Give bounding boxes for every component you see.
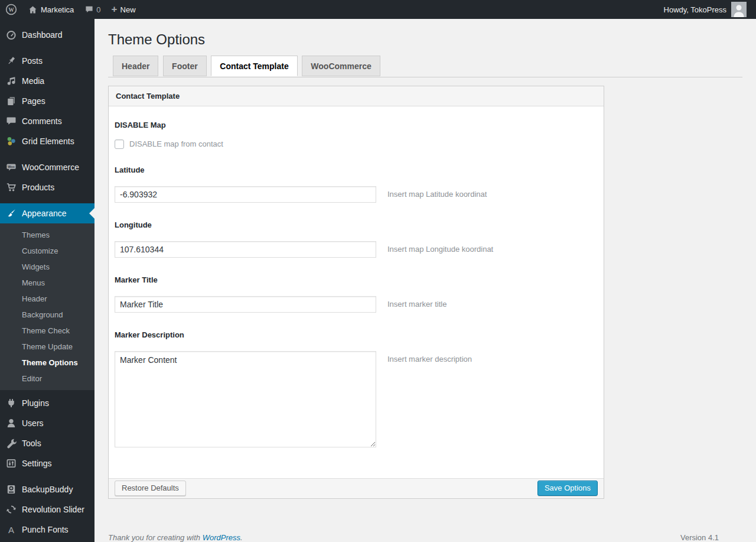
admin-sidebar: Dashboard Posts Media Pages Comments Gri…: [0, 19, 94, 542]
howdy-text: Howdy, TokoPress: [664, 5, 726, 14]
account-menu[interactable]: Howdy, TokoPress: [659, 0, 752, 19]
submenu-item-header[interactable]: Header: [0, 291, 94, 307]
submenu-item-theme-update[interactable]: Theme Update: [0, 339, 94, 355]
wrench-icon: [5, 437, 17, 449]
latitude-input[interactable]: [115, 186, 376, 203]
sidebar-item-users[interactable]: Users: [0, 413, 94, 433]
sidebar-item-pages[interactable]: Pages: [0, 91, 94, 111]
sidebar-item-woocommerce[interactable]: Woo WooCommerce: [0, 157, 94, 177]
sidebar-item-backupbuddy[interactable]: BackupBuddy: [0, 479, 94, 499]
latitude-label: Latitude: [115, 165, 598, 174]
comments-menu[interactable]: 0: [79, 0, 106, 19]
menu-separator: [0, 151, 94, 157]
disable-map-checkbox[interactable]: [115, 139, 124, 149]
marker-description-textarea[interactable]: Marker Content: [115, 351, 376, 447]
home-icon: [28, 5, 38, 15]
sidebar-item-punch-fonts[interactable]: A Punch Fonts: [0, 520, 94, 540]
sidebar-item-media[interactable]: Media: [0, 71, 94, 91]
backup-disk-icon: [5, 483, 17, 495]
sidebar-item-comments[interactable]: Comments: [0, 111, 94, 131]
comments-icon: [5, 115, 17, 127]
sidebar-item-label: Dashboard: [22, 30, 63, 40]
submenu-item-theme-options[interactable]: Theme Options: [0, 355, 94, 371]
marker-description-label: Marker Description: [115, 330, 598, 339]
submenu-item-menus[interactable]: Menus: [0, 275, 94, 291]
svg-text:Woo: Woo: [8, 165, 15, 168]
sidebar-item-settings[interactable]: Settings: [0, 453, 94, 473]
cycle-arrows-icon: [5, 504, 17, 515]
sidebar-item-label: Products: [22, 183, 54, 192]
panel-title: Contact Template: [109, 86, 604, 106]
sidebar-item-products[interactable]: Products: [0, 177, 94, 197]
marker-description-hint: Insert marker description: [387, 355, 472, 364]
submenu-item-widgets[interactable]: Widgets: [0, 259, 94, 275]
current-menu-arrow: [89, 208, 94, 219]
tab-footer[interactable]: Footer: [163, 56, 207, 76]
sidebar-item-label: Settings: [22, 459, 52, 468]
tab-header[interactable]: Header: [113, 56, 158, 76]
sidebar-item-label: Grid Elements: [22, 137, 74, 146]
sidebar-item-revolution-slider[interactable]: Revolution Slider: [0, 499, 94, 520]
woocommerce-icon: Woo: [5, 161, 17, 173]
latitude-field: Latitude Insert map Latitude koordinat: [115, 165, 598, 203]
marker-title-input[interactable]: [115, 296, 376, 313]
page-title: Theme Options: [108, 19, 742, 56]
plugin-icon: [5, 397, 17, 409]
appearance-submenu: Themes Customize Widgets Menus Header Ba…: [0, 223, 94, 390]
sidebar-item-grid-elements[interactable]: Grid Elements: [0, 131, 94, 151]
longitude-hint: Insert map Longitude koordinat: [387, 245, 493, 254]
pages-icon: [5, 95, 17, 107]
comment-bubble-icon: [84, 5, 94, 14]
submenu-item-editor[interactable]: Editor: [0, 371, 94, 387]
sidebar-item-dashboard[interactable]: Dashboard: [0, 25, 94, 45]
cart-icon: [5, 181, 17, 193]
wordpress-logo-menu[interactable]: W: [0, 0, 22, 19]
page-footer: Thank you for creating with WordPress. V…: [108, 533, 719, 542]
admin-bar: W Marketica 0 + New Howdy, TokoPress: [0, 0, 756, 19]
menu-separator: [0, 45, 94, 51]
sidebar-item-label: BackupBuddy: [22, 485, 73, 494]
disable-map-field: DISABLE Map DISABLE map from contact: [115, 121, 598, 149]
new-label: New: [120, 5, 136, 14]
tab-contact-template[interactable]: Contact Template: [211, 56, 297, 76]
wordpress-link[interactable]: WordPress: [203, 533, 240, 542]
marker-title-hint: Insert marker title: [387, 300, 447, 309]
menu-separator: [0, 473, 94, 479]
longitude-field: Longitude Insert map Longitude koordinat: [115, 220, 598, 258]
site-name-menu[interactable]: Marketica: [22, 0, 79, 19]
letter-a-icon: A: [5, 524, 17, 535]
submenu-item-themes[interactable]: Themes: [0, 227, 94, 243]
longitude-input[interactable]: [115, 241, 376, 258]
marker-description-field: Marker Description Marker Content Insert…: [115, 330, 598, 447]
submenu-item-theme-check[interactable]: Theme Check: [0, 323, 94, 339]
grid-elements-icon: [5, 135, 17, 147]
longitude-label: Longitude: [115, 220, 598, 229]
restore-defaults-button[interactable]: Restore Defaults: [115, 481, 186, 496]
pushpin-icon: [5, 55, 17, 67]
settings-icon: [5, 457, 17, 469]
comment-count: 0: [96, 5, 100, 14]
sidebar-item-label: WooCommerce: [22, 163, 79, 172]
sidebar-item-appearance[interactable]: Appearance: [0, 203, 94, 223]
user-avatar: [731, 2, 747, 17]
panel-footer: Restore Defaults Save Options: [109, 478, 604, 498]
panel-body: DISABLE Map DISABLE map from contact Lat…: [109, 106, 604, 478]
sidebar-item-label: Plugins: [22, 398, 49, 408]
new-content-menu[interactable]: + New: [106, 0, 141, 19]
marker-title-label: Marker Title: [115, 275, 598, 284]
sidebar-item-label: Pages: [22, 96, 45, 106]
sidebar-item-tools[interactable]: Tools: [0, 433, 94, 453]
submenu-item-background[interactable]: Background: [0, 307, 94, 323]
sidebar-item-label: Users: [22, 418, 44, 428]
sidebar-item-label: Appearance: [22, 209, 67, 218]
sidebar-item-posts[interactable]: Posts: [0, 51, 94, 71]
save-options-button[interactable]: Save Options: [537, 481, 598, 496]
sidebar-item-plugins[interactable]: Plugins: [0, 393, 94, 413]
tab-woocommerce[interactable]: WooCommerce: [302, 56, 380, 76]
brush-icon: [5, 207, 17, 219]
sidebar-item-label: Posts: [22, 56, 43, 66]
submenu-item-customize[interactable]: Customize: [0, 243, 94, 259]
marker-title-field: Marker Title Insert marker title: [115, 275, 598, 313]
wordpress-logo-icon: W: [5, 4, 17, 15]
latitude-hint: Insert map Latitude koordinat: [387, 190, 487, 199]
